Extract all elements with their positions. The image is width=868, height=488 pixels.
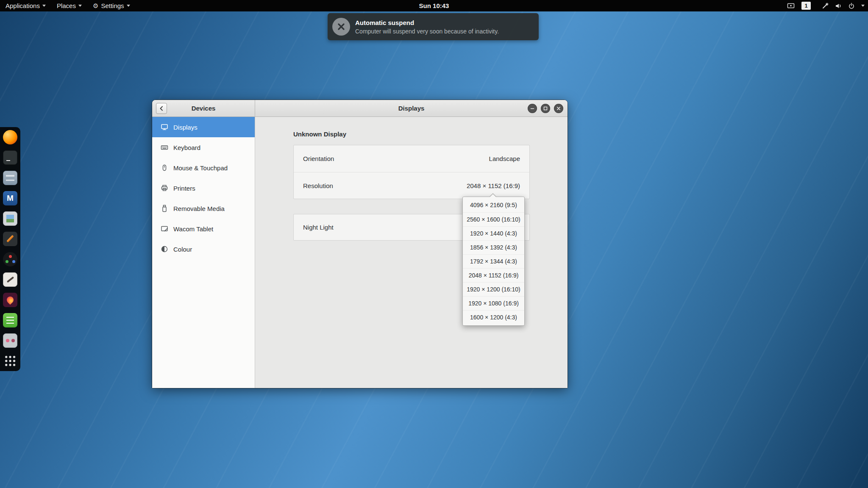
mouse-icon [161,164,168,172]
printer-icon [161,184,168,192]
power-icon [848,3,855,9]
sidebar-item-label: Removable Media [173,205,225,212]
usb-icon [161,205,168,212]
files-icon[interactable] [3,171,17,185]
resolution-option[interactable]: 2560 × 1600 (16:10) [463,212,524,226]
sidebar-item-label: Colour [173,246,192,253]
build-tool-icon[interactable] [3,232,17,246]
status-menu[interactable] [822,3,865,9]
gear-icon: ⚙ [93,3,98,9]
sidebar-item-printers[interactable]: Printers [152,178,255,198]
night-light-label: Night Light [303,224,334,231]
app-grid-icon[interactable] [3,354,17,368]
resolution-option[interactable]: 1920 × 1200 (16:10) [463,282,524,296]
window-controls [528,104,563,113]
resolution-dropdown: 4096 × 2160 (9:5) 2560 × 1600 (16:10) 19… [462,197,525,326]
sidebar-item-label: Keyboard [173,144,200,151]
dock [0,127,20,371]
resolution-option[interactable]: 1600 × 1200 (4:3) [463,310,524,324]
chevron-down-icon [127,5,130,7]
clock[interactable]: Sun 10:43 [419,2,449,9]
flameshot-icon[interactable] [3,293,17,307]
resolution-option[interactable]: 868 × 488 (16:9) [463,268,524,282]
terminal-icon[interactable] [3,150,17,165]
applications-menu-label: Applications [6,2,40,9]
section-title: Unknown Display [293,130,346,138]
orientation-value[interactable]: Landscape [489,155,520,162]
resolution-option[interactable]: 1856 × 1392 (4:3) [463,240,524,254]
screen-share-icon[interactable] [787,3,795,9]
chevron-down-icon [42,5,46,7]
sidebar-item-label: Displays [173,124,198,131]
settings-menu-label: Settings [101,2,124,9]
main-header: Displays [255,100,568,116]
applications-menu[interactable]: Applications [0,0,51,11]
display-settings-list: Orientation Landscape Resolution 2048 × … [293,145,530,199]
sidebar-item-wacom-tablet[interactable]: Wacom Tablet [152,219,255,239]
chevron-down-icon [861,5,865,7]
desktop: Applications Places ⚙ Settings Sun 10:43… [0,0,868,488]
settings-window: Devices Displays [152,100,568,388]
resolution-option[interactable]: 1920 × 1440 (4:3) [463,226,524,240]
resolution-option[interactable]: 4096 × 2160 (9:5) [463,198,524,212]
chevron-down-icon [78,5,82,7]
suspend-icon [332,18,350,36]
graphics-editor-icon[interactable] [3,272,17,287]
tablet-pen-icon [161,225,168,233]
tools-icon [822,3,829,9]
notes-icon[interactable] [3,313,17,327]
header-bar: Devices Displays [152,100,568,117]
settings-menu[interactable]: ⚙ Settings [87,0,136,11]
volume-icon [835,3,842,9]
chevron-left-icon [159,106,164,111]
color-icon [161,245,168,253]
sidebar-item-keyboard[interactable]: Keyboard [152,137,255,158]
sidebar-item-label: Wacom Tablet [173,225,213,233]
places-menu[interactable]: Places [51,0,87,11]
media-player-icon[interactable] [3,252,17,266]
top-bar: Applications Places ⚙ Settings Sun 10:43… [0,0,868,11]
markdown-editor-icon[interactable] [3,191,17,205]
window-title: Displays [255,105,568,112]
notification-banner[interactable]: Automatic suspend Computer will suspend … [328,13,539,40]
resolution-option[interactable]: 1920 × 1080 (16:9) [463,296,524,310]
monitor-icon [161,123,168,131]
back-button[interactable] [156,103,167,114]
resolution-value[interactable]: 868 × 488 (16:9) [467,182,520,189]
firefox-icon[interactable] [3,130,17,144]
sidebar-item-displays[interactable]: Displays [152,117,255,137]
notification-title: Automatic suspend [355,19,499,26]
sidebar-item-label: Printers [173,185,195,192]
sidebar-item-colour[interactable]: Colour [152,239,255,259]
sidebar-item-label: Mouse & Touchpad [173,164,228,172]
image-viewer-icon[interactable] [3,211,17,226]
workspace-indicator[interactable]: 1 [801,2,811,10]
minimize-button[interactable] [528,104,537,113]
notification-body: Computer will suspend very soon because … [355,28,499,35]
sidebar-item-removable-media[interactable]: Removable Media [152,198,255,219]
notification-text: Automatic suspend Computer will suspend … [355,19,499,35]
audio-app-icon[interactable] [3,333,17,348]
keyboard-icon [161,144,168,151]
resolution-label: Resolution [303,182,333,189]
close-button[interactable] [554,104,563,113]
maximize-button[interactable] [541,104,550,113]
sidebar-item-mouse-touchpad[interactable]: Mouse & Touchpad [152,158,255,178]
places-menu-label: Places [57,2,76,9]
resolution-option[interactable]: 1792 × 1344 (4:3) [463,254,524,268]
sidebar-title: Devices [152,105,255,112]
sidebar: Displays Keyboard Mouse & Touchpad Print… [152,117,255,388]
system-tray: 1 [787,0,865,11]
orientation-row[interactable]: Orientation Landscape [294,145,529,172]
sidebar-header: Devices [152,100,255,116]
orientation-label: Orientation [303,155,334,162]
